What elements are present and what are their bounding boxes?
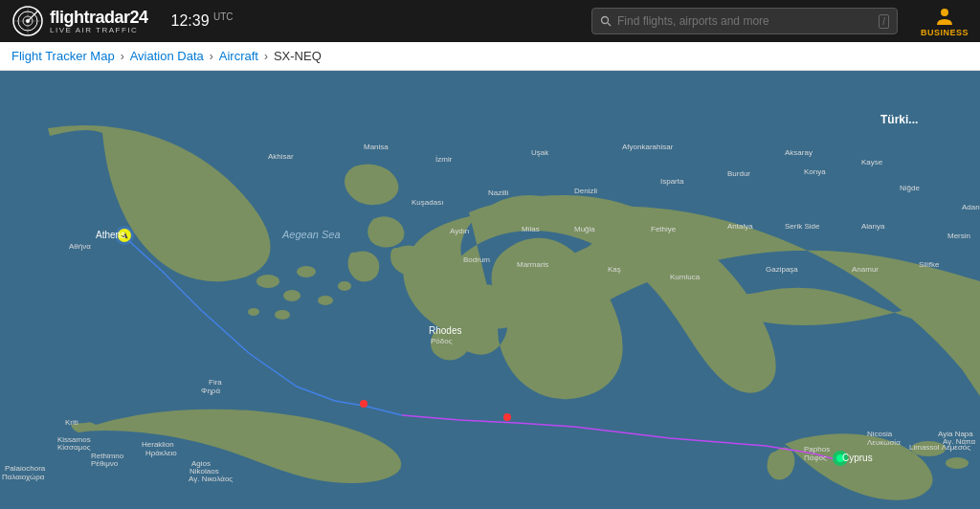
svg-point-12 (283, 290, 301, 301)
search-box[interactable]: / (591, 8, 898, 34)
logo-subtitle: LIVE AIR TRAFFIC (50, 27, 148, 34)
svg-point-18 (436, 306, 463, 318)
header: flightradar24 LIVE AIR TRAFFIC 12:39 UTC… (0, 0, 980, 42)
svg-text:Heraklion: Heraklion (142, 440, 174, 449)
time-unit: UTC (213, 11, 234, 22)
svg-text:Ρέθιμνο: Ρέθιμνο (91, 459, 119, 468)
svg-text:Uşak: Uşak (531, 148, 549, 157)
svg-text:Kriti: Kriti (65, 418, 78, 427)
svg-text:Denizli: Denizli (574, 187, 597, 195)
search-shortcut: / (879, 14, 889, 29)
svg-text:Παλαιοχώρα: Παλαιοχώρα (2, 473, 45, 481)
person-icon (934, 6, 955, 27)
svg-text:Aegean Sea: Aegean Sea (281, 229, 341, 240)
svg-text:İzmir: İzmir (435, 155, 453, 164)
svg-text:Nicosia: Nicosia (867, 430, 893, 438)
search-input[interactable] (617, 14, 873, 28)
map-container[interactable]: Athens Αθήνα Akhisar Manisa İzmir Uşak A… (0, 71, 980, 509)
svg-text:Φηρά: Φηρά (201, 387, 220, 395)
svg-text:Cyprus: Cyprus (842, 453, 873, 463)
breadcrumb-sep-3: › (264, 50, 268, 63)
flight-map: Athens Αθήνα Akhisar Manisa İzmir Uşak A… (0, 71, 980, 509)
breadcrumb-aircraft[interactable]: Aircraft (219, 49, 258, 63)
svg-text:Ηράκλειο: Ηράκλειο (145, 449, 177, 457)
svg-line-8 (608, 23, 611, 26)
svg-text:Muğla: Muğla (574, 225, 595, 233)
search-icon (600, 15, 612, 27)
flightradar-logo-icon (11, 5, 44, 37)
svg-point-16 (275, 310, 290, 320)
svg-text:Marmaris: Marmaris (517, 260, 548, 269)
svg-text:Antalya: Antalya (727, 222, 753, 231)
time-display: 12:39 UTC (171, 11, 234, 30)
svg-point-9 (941, 9, 948, 16)
svg-text:Αθήνα: Αθήνα (69, 242, 91, 251)
athens-label: Athens (96, 230, 125, 240)
svg-text:Türki...: Türki... (880, 113, 918, 126)
svg-text:Ρόδος: Ρόδος (431, 337, 453, 345)
svg-text:Konya: Konya (804, 167, 826, 176)
logo-text: flightradar24 LIVE AIR TRAFFIC (50, 9, 148, 34)
svg-text:Kuşadası: Kuşadası (412, 198, 443, 207)
breadcrumb-flight-tracker[interactable]: Flight Tracker Map (11, 49, 115, 63)
svg-text:Rhodes: Rhodes (429, 325, 461, 336)
svg-point-21 (360, 400, 368, 408)
svg-text:Paphos: Paphos (804, 445, 830, 454)
svg-text:Nazilli: Nazilli (488, 188, 509, 197)
svg-text:Akhisar: Akhisar (268, 152, 294, 161)
svg-point-15 (338, 281, 351, 291)
svg-text:Mersin: Mersin (947, 232, 970, 240)
svg-text:Niğde: Niğde (900, 184, 920, 192)
svg-text:Manisa: Manisa (364, 143, 389, 151)
svg-text:Serik Side: Serik Side (785, 222, 820, 231)
svg-line-6 (28, 11, 38, 21)
svg-text:Αγ. Νικολάος: Αγ. Νικολάος (189, 475, 233, 483)
svg-point-13 (297, 266, 316, 277)
svg-text:Adana: Adana (962, 203, 980, 211)
svg-text:Πάφος: Πάφος (804, 454, 827, 462)
svg-text:Afyonkarahisar: Afyonkarahisar (622, 143, 674, 151)
svg-text:Bodrum: Bodrum (463, 255, 490, 264)
breadcrumb-sep-1: › (121, 50, 124, 63)
svg-text:Αγ. Νάπα: Αγ. Νάπα (943, 437, 975, 446)
svg-text:Anamur: Anamur (852, 265, 879, 274)
svg-point-20 (946, 457, 969, 469)
breadcrumb: Flight Tracker Map › Aviation Data › Air… (0, 42, 980, 71)
svg-point-22 (503, 413, 511, 421)
svg-text:Fethiye: Fethiye (651, 225, 677, 233)
svg-text:Milas: Milas (522, 225, 540, 233)
business-label: BUSINESS (921, 28, 969, 37)
logo-area: flightradar24 LIVE AIR TRAFFIC (11, 5, 148, 37)
logo-name: flightradar24 (50, 9, 148, 26)
svg-text:Palaiochora: Palaiochora (5, 464, 46, 473)
svg-text:Fira: Fira (209, 378, 222, 387)
svg-point-14 (318, 296, 333, 305)
svg-point-7 (601, 17, 608, 24)
svg-point-17 (248, 308, 259, 316)
svg-text:Aksaray: Aksaray (785, 148, 813, 157)
svg-text:Kayse: Kayse (861, 158, 883, 166)
svg-point-11 (256, 275, 279, 288)
svg-text:Burdur: Burdur (727, 169, 750, 178)
svg-text:Kaş: Kaş (608, 265, 621, 274)
svg-text:Aydın: Aydın (450, 227, 469, 235)
breadcrumb-aviation-data[interactable]: Aviation Data (130, 49, 204, 63)
svg-text:Λευκωσία: Λευκωσία (867, 438, 901, 447)
svg-text:Κίσσαμος: Κίσσαμος (57, 443, 91, 452)
svg-text:Silifke: Silifke (919, 260, 940, 269)
svg-text:Alanya: Alanya (861, 222, 885, 231)
svg-text:Gazipaşa: Gazipaşa (766, 265, 798, 274)
breadcrumb-current-flight: SX-NEQ (274, 49, 322, 63)
svg-text:Isparta: Isparta (660, 177, 684, 186)
breadcrumb-sep-2: › (210, 50, 213, 63)
svg-text:Kumluca: Kumluca (670, 273, 701, 281)
time-value: 12:39 (171, 13, 210, 30)
business-button[interactable]: BUSINESS (921, 6, 969, 37)
